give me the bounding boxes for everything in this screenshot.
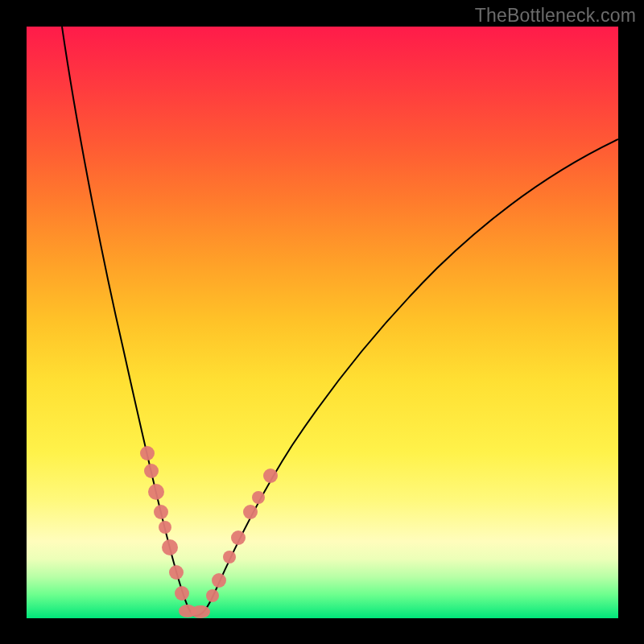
marker-dot bbox=[154, 505, 168, 519]
watermark-text: TheBottleneck.com bbox=[475, 5, 636, 27]
marker-dot bbox=[223, 551, 236, 564]
marker-dot bbox=[206, 589, 219, 602]
marker-dot bbox=[175, 586, 189, 601]
chart-frame: TheBottleneck.com bbox=[0, 0, 644, 644]
marker-dot bbox=[263, 469, 278, 483]
marker-dot bbox=[148, 484, 164, 500]
marker-dot bbox=[140, 446, 155, 460]
curves-svg bbox=[27, 27, 618, 618]
marker-dot bbox=[169, 565, 184, 580]
marker-dot bbox=[231, 530, 246, 545]
right-curve bbox=[196, 139, 618, 616]
marker-dot bbox=[243, 505, 258, 519]
marker-trough bbox=[191, 605, 210, 618]
marker-dot bbox=[159, 521, 171, 534]
marker-dot bbox=[212, 573, 226, 588]
marker-dot bbox=[162, 539, 178, 555]
left-curve bbox=[62, 27, 196, 616]
marker-dot bbox=[252, 491, 265, 504]
plot-area bbox=[27, 27, 618, 618]
marker-dot bbox=[144, 464, 159, 478]
